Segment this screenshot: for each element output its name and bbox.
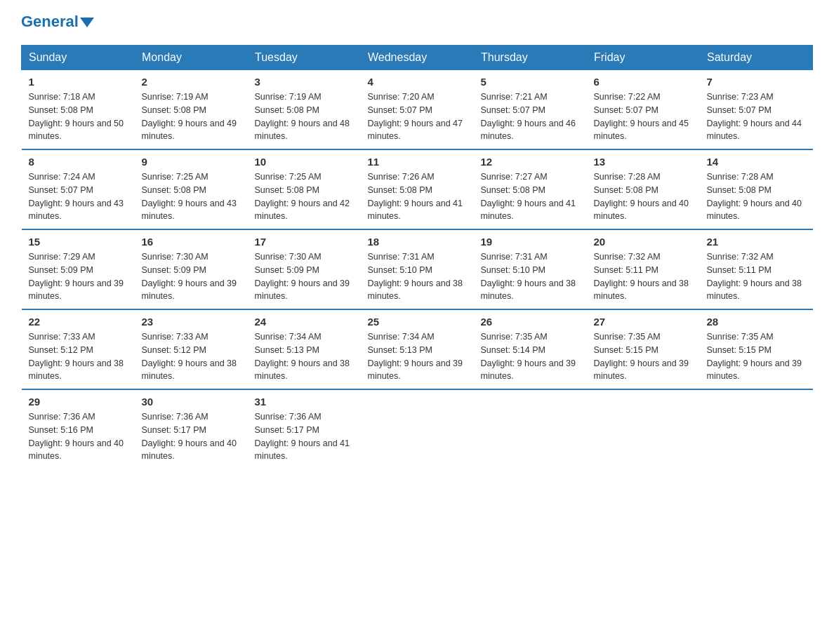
- calendar-day-cell: 25 Sunrise: 7:34 AM Sunset: 5:13 PM Dayl…: [361, 309, 474, 389]
- logo-triangle-icon: [80, 18, 94, 27]
- day-info: Sunrise: 7:19 AM Sunset: 5:08 PM Dayligh…: [142, 90, 241, 143]
- calendar-week-row: 1 Sunrise: 7:18 AM Sunset: 5:08 PM Dayli…: [22, 70, 813, 150]
- calendar-day-cell: 10 Sunrise: 7:25 AM Sunset: 5:08 PM Dayl…: [248, 149, 361, 229]
- day-number: 4: [368, 76, 467, 88]
- calendar-day-cell: [361, 389, 474, 469]
- weekday-header-monday: Monday: [135, 46, 248, 70]
- calendar-day-cell: 12 Sunrise: 7:27 AM Sunset: 5:08 PM Dayl…: [474, 149, 587, 229]
- day-info: Sunrise: 7:34 AM Sunset: 5:13 PM Dayligh…: [255, 330, 354, 383]
- day-info: Sunrise: 7:25 AM Sunset: 5:08 PM Dayligh…: [255, 170, 354, 223]
- day-info: Sunrise: 7:32 AM Sunset: 5:11 PM Dayligh…: [707, 250, 806, 303]
- calendar-day-cell: 13 Sunrise: 7:28 AM Sunset: 5:08 PM Dayl…: [587, 149, 700, 229]
- calendar-week-row: 29 Sunrise: 7:36 AM Sunset: 5:16 PM Dayl…: [22, 389, 813, 469]
- calendar-day-cell: 16 Sunrise: 7:30 AM Sunset: 5:09 PM Dayl…: [135, 229, 248, 309]
- day-info: Sunrise: 7:26 AM Sunset: 5:08 PM Dayligh…: [368, 170, 467, 223]
- day-number: 19: [481, 236, 580, 248]
- calendar-day-cell: 30 Sunrise: 7:36 AM Sunset: 5:17 PM Dayl…: [135, 389, 248, 469]
- day-info: Sunrise: 7:28 AM Sunset: 5:08 PM Dayligh…: [594, 170, 693, 223]
- day-number: 24: [255, 316, 354, 328]
- calendar-day-cell: [700, 389, 813, 469]
- logo: General: [21, 14, 94, 31]
- day-info: Sunrise: 7:36 AM Sunset: 5:16 PM Dayligh…: [29, 410, 128, 463]
- day-number: 3: [255, 76, 354, 88]
- weekday-header-sunday: Sunday: [22, 46, 135, 70]
- page-header: General: [21, 14, 813, 31]
- calendar-day-cell: 21 Sunrise: 7:32 AM Sunset: 5:11 PM Dayl…: [700, 229, 813, 309]
- day-number: 30: [142, 396, 241, 408]
- day-info: Sunrise: 7:21 AM Sunset: 5:07 PM Dayligh…: [481, 90, 580, 143]
- day-number: 27: [594, 316, 693, 328]
- calendar-day-cell: 28 Sunrise: 7:35 AM Sunset: 5:15 PM Dayl…: [700, 309, 813, 389]
- day-number: 8: [29, 156, 128, 168]
- calendar-day-cell: 26 Sunrise: 7:35 AM Sunset: 5:14 PM Dayl…: [474, 309, 587, 389]
- day-info: Sunrise: 7:22 AM Sunset: 5:07 PM Dayligh…: [594, 90, 693, 143]
- day-number: 29: [29, 396, 128, 408]
- day-number: 20: [594, 236, 693, 248]
- day-number: 28: [707, 316, 806, 328]
- day-number: 22: [29, 316, 128, 328]
- day-info: Sunrise: 7:32 AM Sunset: 5:11 PM Dayligh…: [594, 250, 693, 303]
- day-info: Sunrise: 7:35 AM Sunset: 5:15 PM Dayligh…: [594, 330, 693, 383]
- day-info: Sunrise: 7:27 AM Sunset: 5:08 PM Dayligh…: [481, 170, 580, 223]
- day-number: 6: [594, 76, 693, 88]
- weekday-header-row: SundayMondayTuesdayWednesdayThursdayFrid…: [22, 46, 813, 70]
- day-number: 21: [707, 236, 806, 248]
- day-number: 18: [368, 236, 467, 248]
- day-info: Sunrise: 7:35 AM Sunset: 5:14 PM Dayligh…: [481, 330, 580, 383]
- day-number: 1: [29, 76, 128, 88]
- calendar-day-cell: 15 Sunrise: 7:29 AM Sunset: 5:09 PM Dayl…: [22, 229, 135, 309]
- calendar-day-cell: 22 Sunrise: 7:33 AM Sunset: 5:12 PM Dayl…: [22, 309, 135, 389]
- calendar-week-row: 22 Sunrise: 7:33 AM Sunset: 5:12 PM Dayl…: [22, 309, 813, 389]
- weekday-header-tuesday: Tuesday: [248, 46, 361, 70]
- calendar-day-cell: [474, 389, 587, 469]
- calendar-day-cell: 24 Sunrise: 7:34 AM Sunset: 5:13 PM Dayl…: [248, 309, 361, 389]
- day-number: 17: [255, 236, 354, 248]
- calendar-body: 1 Sunrise: 7:18 AM Sunset: 5:08 PM Dayli…: [22, 70, 813, 469]
- day-info: Sunrise: 7:31 AM Sunset: 5:10 PM Dayligh…: [368, 250, 467, 303]
- day-number: 25: [368, 316, 467, 328]
- day-number: 15: [29, 236, 128, 248]
- day-number: 9: [142, 156, 241, 168]
- calendar-day-cell: 5 Sunrise: 7:21 AM Sunset: 5:07 PM Dayli…: [474, 70, 587, 150]
- calendar-day-cell: 29 Sunrise: 7:36 AM Sunset: 5:16 PM Dayl…: [22, 389, 135, 469]
- day-number: 10: [255, 156, 354, 168]
- day-info: Sunrise: 7:20 AM Sunset: 5:07 PM Dayligh…: [368, 90, 467, 143]
- day-number: 7: [707, 76, 806, 88]
- day-number: 14: [707, 156, 806, 168]
- day-info: Sunrise: 7:36 AM Sunset: 5:17 PM Dayligh…: [142, 410, 241, 463]
- calendar-day-cell: 20 Sunrise: 7:32 AM Sunset: 5:11 PM Dayl…: [587, 229, 700, 309]
- weekday-header-thursday: Thursday: [474, 46, 587, 70]
- day-info: Sunrise: 7:28 AM Sunset: 5:08 PM Dayligh…: [707, 170, 806, 223]
- calendar-week-row: 8 Sunrise: 7:24 AM Sunset: 5:07 PM Dayli…: [22, 149, 813, 229]
- day-info: Sunrise: 7:33 AM Sunset: 5:12 PM Dayligh…: [29, 330, 128, 383]
- weekday-header-friday: Friday: [587, 46, 700, 70]
- day-info: Sunrise: 7:25 AM Sunset: 5:08 PM Dayligh…: [142, 170, 241, 223]
- day-info: Sunrise: 7:19 AM Sunset: 5:08 PM Dayligh…: [255, 90, 354, 143]
- day-info: Sunrise: 7:29 AM Sunset: 5:09 PM Dayligh…: [29, 250, 128, 303]
- calendar-day-cell: 7 Sunrise: 7:23 AM Sunset: 5:07 PM Dayli…: [700, 70, 813, 150]
- calendar-day-cell: 1 Sunrise: 7:18 AM Sunset: 5:08 PM Dayli…: [22, 70, 135, 150]
- day-info: Sunrise: 7:34 AM Sunset: 5:13 PM Dayligh…: [368, 330, 467, 383]
- day-info: Sunrise: 7:35 AM Sunset: 5:15 PM Dayligh…: [707, 330, 806, 383]
- day-info: Sunrise: 7:30 AM Sunset: 5:09 PM Dayligh…: [142, 250, 241, 303]
- day-number: 13: [594, 156, 693, 168]
- calendar-day-cell: 14 Sunrise: 7:28 AM Sunset: 5:08 PM Dayl…: [700, 149, 813, 229]
- day-number: 5: [481, 76, 580, 88]
- day-number: 2: [142, 76, 241, 88]
- day-number: 11: [368, 156, 467, 168]
- calendar-header: SundayMondayTuesdayWednesdayThursdayFrid…: [22, 46, 813, 70]
- calendar-day-cell: 27 Sunrise: 7:35 AM Sunset: 5:15 PM Dayl…: [587, 309, 700, 389]
- calendar-day-cell: 4 Sunrise: 7:20 AM Sunset: 5:07 PM Dayli…: [361, 70, 474, 150]
- weekday-header-saturday: Saturday: [700, 46, 813, 70]
- calendar-day-cell: 11 Sunrise: 7:26 AM Sunset: 5:08 PM Dayl…: [361, 149, 474, 229]
- calendar-day-cell: 3 Sunrise: 7:19 AM Sunset: 5:08 PM Dayli…: [248, 70, 361, 150]
- calendar-week-row: 15 Sunrise: 7:29 AM Sunset: 5:09 PM Dayl…: [22, 229, 813, 309]
- day-info: Sunrise: 7:31 AM Sunset: 5:10 PM Dayligh…: [481, 250, 580, 303]
- calendar-day-cell: 17 Sunrise: 7:30 AM Sunset: 5:09 PM Dayl…: [248, 229, 361, 309]
- calendar-day-cell: [587, 389, 700, 469]
- day-info: Sunrise: 7:24 AM Sunset: 5:07 PM Dayligh…: [29, 170, 128, 223]
- weekday-header-wednesday: Wednesday: [361, 46, 474, 70]
- day-number: 31: [255, 396, 354, 408]
- day-info: Sunrise: 7:33 AM Sunset: 5:12 PM Dayligh…: [142, 330, 241, 383]
- day-info: Sunrise: 7:23 AM Sunset: 5:07 PM Dayligh…: [707, 90, 806, 143]
